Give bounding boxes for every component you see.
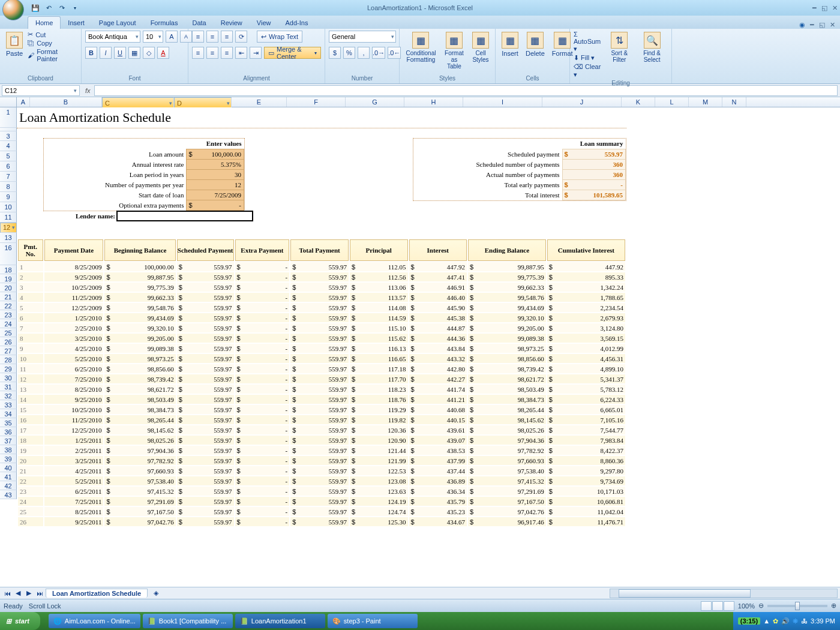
font-name-selector[interactable]: Book Antiqua <box>85 31 140 43</box>
doc-minimize-button[interactable]: ━ <box>810 21 814 29</box>
input-value-cell[interactable]: 5.375% <box>187 159 244 169</box>
align-middle-button[interactable]: ≡ <box>206 31 218 43</box>
border-button[interactable]: ▦ <box>128 47 140 59</box>
sheet-tab[interactable]: Loan Amortization Schedule <box>46 589 148 598</box>
input-value-cell[interactable]: $100,000.00 <box>187 149 244 159</box>
save-icon[interactable]: 💾 <box>30 2 41 13</box>
minimize-button[interactable]: ━ <box>812 4 817 12</box>
conditional-formatting-button[interactable]: ▦Conditional Formatting <box>403 31 439 64</box>
last-sheet-button[interactable]: ⏭ <box>35 589 44 598</box>
bold-button[interactable]: B <box>85 47 97 59</box>
tray-icon[interactable]: ▲ <box>763 617 770 625</box>
scrollbar-thumb[interactable] <box>619 589 751 598</box>
cells-area[interactable]: Loan Amortization Schedule Enter valuesL… <box>17 107 840 499</box>
table-row[interactable]: 22 5/25/2011 $97,538.40 $559.97 $- $559.… <box>18 476 625 485</box>
new-sheet-button[interactable]: ◈ <box>151 589 161 598</box>
col-header[interactable]: E <box>232 97 287 107</box>
row-header[interactable]: 9 <box>0 192 17 202</box>
row-header[interactable]: 37 <box>0 436 17 445</box>
row-header[interactable]: 32 <box>0 391 17 400</box>
input-value-cell[interactable]: 12 <box>187 179 244 190</box>
normal-view-button[interactable] <box>701 601 712 611</box>
table-row[interactable]: 7 2/25/2010 $99,320.10 $559.97 $- $559.9… <box>18 323 625 332</box>
zoom-in-button[interactable]: ⊕ <box>831 602 836 610</box>
row-header[interactable]: 38 <box>0 445 17 454</box>
orientation-button[interactable]: ⟳ <box>235 31 247 43</box>
sort-filter-button[interactable]: ⇅Sort & Filter <box>605 31 634 64</box>
underline-button[interactable]: U <box>114 47 126 59</box>
tray-icon[interactable]: ❋ <box>793 617 798 625</box>
row-header[interactable]: 5 <box>0 151 17 161</box>
zoom-slider[interactable] <box>767 605 827 607</box>
tab-page-layout[interactable]: Page Layout <box>92 17 143 29</box>
table-row[interactable]: 13 8/25/2010 $98,621.72 $559.97 $- $559.… <box>18 385 625 394</box>
table-row[interactable]: 12 7/25/2010 $98,739.42 $559.97 $- $559.… <box>18 374 625 383</box>
col-header[interactable]: H <box>404 97 463 107</box>
table-row[interactable]: 21 4/25/2011 $97,660.93 $559.97 $- $559.… <box>18 466 625 475</box>
horizontal-scrollbar[interactable] <box>610 589 838 598</box>
next-sheet-button[interactable]: ▶ <box>24 589 34 598</box>
fill-button[interactable]: ⬇ Fill ▾ <box>574 54 602 62</box>
col-header[interactable]: N <box>722 97 746 107</box>
tab-data[interactable]: Data <box>185 17 213 29</box>
format-painter-button[interactable]: 🖌Format Painter <box>28 48 77 62</box>
col-header[interactable]: G <box>346 97 404 107</box>
qat-dropdown-icon[interactable]: ▾ <box>70 2 80 13</box>
merge-center-button[interactable]: ▭Merge & Center▾ <box>264 47 321 59</box>
doc-close-button[interactable]: ✕ <box>830 21 835 29</box>
tab-formulas[interactable]: Formulas <box>143 17 185 29</box>
italic-button[interactable]: I <box>100 47 112 59</box>
row-header[interactable]: 29 <box>0 364 17 373</box>
table-row[interactable]: 18 1/25/2011 $98,025.26 $559.97 $- $559.… <box>18 436 625 445</box>
row-header[interactable]: 10 <box>0 202 17 212</box>
lender-name-input[interactable] <box>116 211 253 221</box>
taskbar-item[interactable]: 📗LoanAmortization1 <box>235 614 325 628</box>
input-value-cell[interactable]: $- <box>187 200 244 210</box>
table-row[interactable]: 6 1/25/2010 $99,434.69 $559.97 $- $559.9… <box>18 313 625 322</box>
row-header[interactable]: 39 <box>0 454 17 463</box>
table-row[interactable]: 23 6/25/2011 $97,415.32 $559.97 $- $559.… <box>18 487 625 496</box>
taskbar-item[interactable]: 🎨step3 - Paint <box>328 614 418 628</box>
row-header[interactable]: 16 <box>0 243 17 265</box>
table-row[interactable]: 4 11/25/2009 $99,662.33 $559.97 $- $559.… <box>18 293 625 302</box>
increase-decimal-button[interactable]: .0→ <box>372 47 385 59</box>
row-header[interactable]: 41 <box>0 472 17 481</box>
row-header[interactable]: 18 <box>0 265 17 274</box>
align-left-button[interactable]: ≡ <box>192 47 204 59</box>
row-header[interactable]: 7 <box>0 172 17 182</box>
taskbar-item[interactable]: 🌐AimLoan.com - Online... <box>49 614 140 628</box>
prev-sheet-button[interactable]: ◀ <box>13 589 23 598</box>
font-color-button[interactable]: A <box>157 47 169 59</box>
tab-insert[interactable]: Insert <box>61 17 92 29</box>
col-header[interactable]: B <box>30 97 102 107</box>
copy-button[interactable]: ⿻Copy <box>28 40 77 47</box>
decrease-indent-button[interactable]: ⇤ <box>235 47 247 59</box>
table-row[interactable]: 2 9/25/2009 $99,887.95 $559.97 $- $559.9… <box>18 272 625 281</box>
zoom-slider-handle[interactable] <box>795 602 800 610</box>
table-row[interactable]: 11 6/25/2010 $98,856.60 $559.97 $- $559.… <box>18 364 625 373</box>
row-header[interactable]: 22 <box>0 301 17 310</box>
cut-button[interactable]: ✂Cut <box>28 31 77 38</box>
autosum-button[interactable]: Σ AutoSum ▾ <box>574 31 602 53</box>
table-row[interactable]: 10 5/25/2010 $98,973.25 $559.97 $- $559.… <box>18 354 625 363</box>
row-header[interactable]: 8 <box>0 182 17 192</box>
row-header[interactable]: 3 <box>0 131 17 141</box>
table-row[interactable]: 5 12/25/2009 $99,548.76 $559.97 $- $559.… <box>18 303 625 312</box>
row-header[interactable]: 40 <box>0 463 17 472</box>
tray-clock[interactable]: 3:39 PM <box>811 617 835 625</box>
zoom-out-button[interactable]: ⊖ <box>758 602 764 610</box>
row-header[interactable]: 24 <box>0 319 17 328</box>
table-row[interactable]: 20 3/25/2011 $97,782.92 $559.97 $- $559.… <box>18 456 625 465</box>
row-header[interactable]: 43 <box>0 490 17 499</box>
tab-home[interactable]: Home <box>28 16 61 29</box>
redo-icon[interactable]: ↷ <box>56 2 67 13</box>
start-button[interactable]: ⊞start <box>0 612 40 630</box>
col-header[interactable]: M <box>689 97 722 107</box>
help-icon[interactable]: ◉ <box>799 21 805 29</box>
tab-view[interactable]: View <box>250 17 278 29</box>
close-button[interactable]: ✕ <box>832 4 838 12</box>
delete-cells-button[interactable]: ▦Delete <box>523 31 547 58</box>
col-header[interactable]: F <box>287 97 346 107</box>
row-header[interactable]: 31 <box>0 382 17 391</box>
row-header[interactable]: 20 <box>0 283 17 292</box>
